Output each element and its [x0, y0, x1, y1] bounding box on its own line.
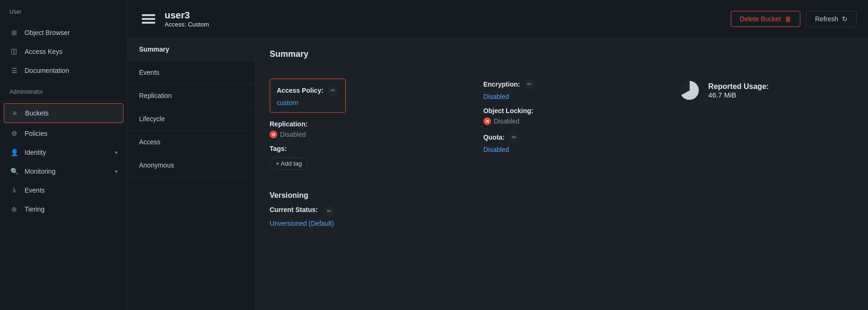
usage-pie-chart	[678, 79, 701, 102]
sidebar-section-label-admin: Administrator	[0, 80, 127, 99]
sidebar-item-label: Policies	[25, 130, 47, 137]
sidebar-item-buckets[interactable]: ≡ Buckets	[4, 103, 123, 123]
tab-navigation: Summary Events Replication Lifecycle Acc…	[128, 38, 255, 310]
replication-field: Replication: ✕ Disabled	[270, 120, 465, 138]
usage-text: Reported Usage: 46.7 MiB	[708, 82, 769, 99]
replication-status: ✕ Disabled	[270, 131, 465, 138]
object-locking-value: Disabled	[494, 117, 519, 125]
policy-icon: ⚙	[9, 129, 19, 138]
object-locking-label: Object Locking:	[483, 107, 659, 115]
quota-edit-button[interactable]: ✏	[509, 132, 520, 143]
add-tag-button[interactable]: + Add tag	[270, 157, 308, 170]
access-policy-edit-button[interactable]: ✏	[327, 85, 339, 96]
tab-events[interactable]: Events	[128, 61, 255, 84]
object-locking-field: Object Locking: ✕ Disabled	[483, 107, 659, 125]
sidebar-item-label: Documentation	[25, 67, 69, 74]
grid-icon: ⊞	[9, 28, 19, 37]
bucket-header-icon	[139, 9, 158, 28]
doc-icon: ☰	[9, 66, 19, 75]
svg-rect-0	[142, 14, 155, 16]
refresh-label: Refresh	[815, 15, 838, 23]
versioning-title: Versioning	[270, 187, 854, 200]
reported-usage-label: Reported Usage:	[708, 82, 769, 91]
sidebar-item-label: Tiering	[25, 205, 44, 213]
reported-usage-value: 46.7 MiB	[708, 91, 769, 99]
chevron-down-icon: ▾	[115, 150, 118, 156]
versioning-edit-button[interactable]: ✏	[324, 205, 335, 217]
encryption-edit-button[interactable]: ✏	[524, 79, 535, 90]
current-status-label: Current Status:	[270, 206, 318, 213]
header-left: user3 Access: Custom	[139, 9, 209, 28]
sidebar-section-admin: Administrator ≡ Buckets ⚙ Policies 👤 Ide…	[0, 80, 127, 219]
refresh-icon: ↻	[842, 15, 848, 23]
quota-label: Quota: ✏	[483, 132, 659, 143]
sidebar-item-documentation[interactable]: ☰ Documentation	[0, 61, 127, 80]
access-label: Access:	[165, 21, 186, 28]
identity-icon: 👤	[9, 148, 19, 157]
current-status-value[interactable]: Unversioned (Default)	[270, 220, 854, 227]
sidebar-item-identity[interactable]: 👤 Identity ▾	[0, 143, 127, 162]
main-area: user3 Access: Custom Delete Bucket 🗑 Ref…	[128, 0, 868, 310]
sidebar-item-monitoring[interactable]: 🔍 Monitoring ▾	[0, 162, 127, 181]
summary-col-2: Encryption: ✏ Disabled Object Locking: ✕…	[465, 73, 659, 176]
tab-lifecycle[interactable]: Lifecycle	[128, 107, 255, 131]
access-policy-value[interactable]: custom	[277, 99, 339, 106]
access-policy-label: Access Policy: ✏	[277, 85, 339, 96]
tab-summary[interactable]: Summary	[128, 38, 255, 61]
tab-anonymous[interactable]: Anonymous	[128, 154, 255, 177]
panel-title: Summary	[270, 49, 854, 65]
replication-disabled-icon: ✕	[270, 131, 277, 138]
sidebar: User ⊞ Object Browser ⚿ Access Keys ☰ Do…	[0, 0, 128, 310]
sidebar-item-events[interactable]: λ Events	[0, 181, 127, 200]
quota-field: Quota: ✏ Disabled	[483, 132, 659, 153]
sidebar-item-label: Events	[25, 186, 45, 194]
refresh-button[interactable]: Refresh ↻	[806, 11, 857, 27]
tab-access[interactable]: Access	[128, 131, 255, 154]
summary-grid: Access Policy: ✏ custom Replication: ✕ D…	[270, 73, 854, 176]
access-line: Access: Custom	[165, 21, 209, 28]
encryption-value: Disabled	[483, 93, 659, 100]
sidebar-section-user: User ⊞ Object Browser ⚿ Access Keys ☰ Do…	[0, 0, 127, 80]
sidebar-item-policies[interactable]: ⚙ Policies	[0, 124, 127, 143]
header-actions: Delete Bucket 🗑 Refresh ↻	[731, 11, 857, 27]
quota-value: Disabled	[483, 146, 659, 153]
replication-value: Disabled	[280, 131, 306, 138]
summary-col-1: Access Policy: ✏ custom Replication: ✕ D…	[270, 73, 465, 176]
tiering-icon: ⊛	[9, 204, 19, 214]
access-value: Custom	[188, 21, 209, 28]
sidebar-item-label: Object Browser	[25, 29, 70, 36]
svg-rect-2	[142, 22, 155, 24]
svg-rect-1	[142, 18, 155, 20]
sidebar-item-object-browser[interactable]: ⊞ Object Browser	[0, 23, 127, 42]
bucket-icon: ≡	[10, 108, 19, 118]
sidebar-item-label: Access Keys	[25, 48, 62, 55]
summary-panel: Summary Access Policy: ✏ custom	[255, 38, 868, 310]
tags-field: Tags: + Add tag	[270, 145, 465, 170]
object-locking-status: ✕ Disabled	[483, 117, 659, 125]
bucket-name: user3	[165, 10, 209, 21]
sidebar-item-tiering[interactable]: ⊛ Tiering	[0, 200, 127, 219]
sidebar-section-label-user: User	[0, 0, 127, 19]
page-header: user3 Access: Custom Delete Bucket 🗑 Ref…	[128, 0, 868, 38]
replication-label: Replication:	[270, 120, 465, 128]
summary-col-3: Reported Usage: 46.7 MiB	[659, 73, 854, 176]
delete-bucket-button[interactable]: Delete Bucket 🗑	[731, 11, 800, 27]
sidebar-item-label: Buckets	[25, 109, 49, 117]
key-icon: ⚿	[9, 47, 19, 56]
access-policy-box: Access Policy: ✏ custom	[270, 79, 346, 113]
content-area: Summary Events Replication Lifecycle Acc…	[128, 38, 868, 310]
current-status-row: Current Status: ✏	[270, 205, 854, 217]
tab-replication[interactable]: Replication	[128, 84, 255, 107]
object-locking-disabled-icon: ✕	[483, 117, 491, 125]
encryption-field: Encryption: ✏ Disabled	[483, 79, 659, 100]
sidebar-item-label: Identity	[25, 149, 46, 156]
versioning-section: Versioning Current Status: ✏ Unversioned…	[270, 187, 854, 227]
sidebar-item-access-keys[interactable]: ⚿ Access Keys	[0, 42, 127, 61]
monitoring-icon: 🔍	[9, 167, 19, 176]
events-icon: λ	[9, 186, 19, 195]
reported-usage-section: Reported Usage: 46.7 MiB	[678, 79, 854, 102]
sidebar-item-label: Monitoring	[25, 168, 55, 175]
delete-bucket-label: Delete Bucket	[740, 15, 781, 23]
bucket-info: user3 Access: Custom	[165, 10, 209, 28]
trash-icon: 🗑	[785, 15, 791, 23]
